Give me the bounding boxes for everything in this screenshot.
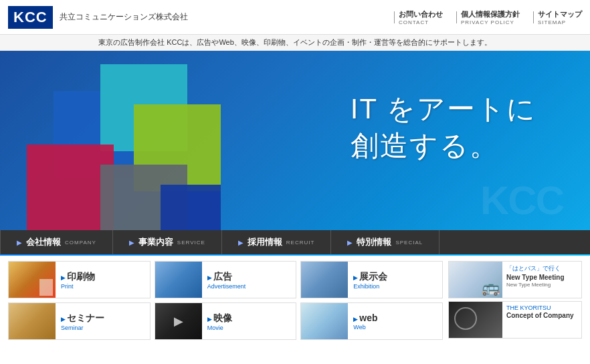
navbar-item[interactable]: ▶事業内容SERVICE xyxy=(113,230,222,254)
sidebar-card[interactable]: THE KYORITSU Concept of Company xyxy=(448,301,582,339)
header-nav: お問い合わせCONTACT個人情報保護方針PRIVACY POLICYサイトマッ… xyxy=(394,9,582,25)
navbar: ▶会社情報COMPANY▶事業内容SERVICE▶採用情報RECRUIT▶特別情… xyxy=(0,230,590,254)
navbar-item[interactable]: ▶会社情報COMPANY xyxy=(0,230,113,254)
service-card[interactable]: ▶広告 Advertisement xyxy=(155,261,297,298)
card-title-en: Advertisement xyxy=(207,283,291,290)
logo-kcc[interactable]: KCC xyxy=(8,6,53,29)
card-title-en: Movie xyxy=(207,325,291,331)
nav-chevron-icon: ▶ xyxy=(347,239,353,246)
logo-area: KCC 共立コミュニケーションズ株式会社 xyxy=(8,6,188,29)
sidebar-tag: 「はとバス」で行く xyxy=(506,264,577,273)
header-nav-item[interactable]: サイトマップSITEMAP xyxy=(533,9,582,25)
sidebar-title: Concept of Company xyxy=(506,311,577,320)
card-info: ▶展示会 Exhibition xyxy=(348,268,442,292)
sidebar-tag: THE KYORITSU xyxy=(506,304,577,311)
nav-chevron-icon: ▶ xyxy=(238,239,243,246)
card-arrow-icon: ▶広告 xyxy=(207,270,291,283)
card-info: ▶印刷物 Print xyxy=(56,268,150,292)
sidebar-thumbnail xyxy=(449,262,502,298)
service-card[interactable]: ▶web Web xyxy=(300,302,443,340)
navbar-item[interactable]: ▶特別情報SPECIAL xyxy=(331,230,439,254)
square-darkblue xyxy=(161,185,221,230)
header: KCC 共立コミュニケーションズ株式会社 お問い合わせCONTACT個人情報保護… xyxy=(0,0,590,35)
sidebar-thumbnail xyxy=(449,302,502,339)
navbar-item[interactable]: ▶採用情報RECRUIT xyxy=(222,230,332,254)
card-info: ▶web Web xyxy=(348,309,442,333)
card-thumbnail xyxy=(155,261,202,298)
service-grid: ▶印刷物 Print ▶広告 Advertisement ▶展示会 Exhibi… xyxy=(8,261,443,340)
sidebar-info: 「はとバス」で行く New Type Meeting New Type Meet… xyxy=(502,262,581,298)
card-thumbnail xyxy=(155,302,202,340)
service-card[interactable]: ▶セミナー Seminar xyxy=(8,302,151,340)
header-nav-item[interactable]: 個人情報保護方針PRIVACY POLICY xyxy=(456,9,520,25)
card-thumbnail xyxy=(301,302,348,340)
card-info: ▶セミナー Seminar xyxy=(56,309,150,334)
hero-text: IT をアートに 創造する。 xyxy=(351,91,536,164)
service-card[interactable]: ▶展示会 Exhibition xyxy=(300,261,443,298)
card-info: ▶映像 Movie xyxy=(202,309,296,334)
sidebar: 「はとバス」で行く New Type Meeting New Type Meet… xyxy=(448,261,582,340)
hero-line1: IT をアートに xyxy=(351,91,536,128)
content-area: ▶印刷物 Print ▶広告 Advertisement ▶展示会 Exhibi… xyxy=(0,256,590,345)
nav-chevron-icon: ▶ xyxy=(129,239,134,246)
card-arrow-icon: ▶web xyxy=(353,312,437,324)
card-arrow-icon: ▶印刷物 xyxy=(61,270,144,283)
card-info: ▶広告 Advertisement xyxy=(202,268,296,292)
card-title-en: Web xyxy=(353,324,437,331)
logo-text: 共立コミュニケーションズ株式会社 xyxy=(60,11,188,23)
card-arrow-icon: ▶展示会 xyxy=(353,270,437,283)
hero-banner: IT をアートに 創造する。 KCC xyxy=(0,51,590,230)
card-arrow-icon: ▶映像 xyxy=(207,312,291,325)
service-card[interactable]: ▶印刷物 Print xyxy=(8,261,151,298)
card-thumbnail xyxy=(9,261,56,298)
sidebar-card[interactable]: 「はとバス」で行く New Type Meeting New Type Meet… xyxy=(448,261,582,298)
card-title-en: Print xyxy=(61,283,144,290)
sidebar-title: New Type Meeting xyxy=(506,273,577,282)
card-thumbnail xyxy=(301,261,348,298)
sidebar-subtitle: New Type Meeting xyxy=(506,282,577,288)
service-card[interactable]: ▶映像 Movie xyxy=(155,302,297,340)
header-nav-item[interactable]: お問い合わせCONTACT xyxy=(394,9,443,25)
card-title-en: Seminar xyxy=(61,325,144,331)
tagline: 東京の広告制作会社 KCCは、広告やWeb、映像、印刷物、イベントの企画・制作・… xyxy=(0,35,590,51)
card-thumbnail xyxy=(9,302,56,340)
hero-line2: 創造する。 xyxy=(351,128,536,165)
nav-chevron-icon: ▶ xyxy=(17,239,22,246)
sidebar-info: THE KYORITSU Concept of Company xyxy=(502,302,581,338)
card-arrow-icon: ▶セミナー xyxy=(61,312,144,325)
card-title-en: Exhibition xyxy=(353,283,437,290)
hero-watermark: KCC xyxy=(480,177,563,223)
